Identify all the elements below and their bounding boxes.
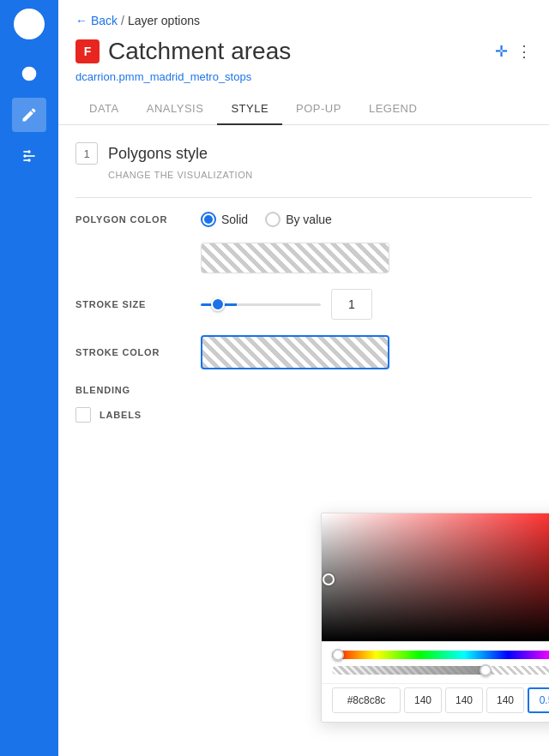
labels-label: LABELS xyxy=(100,410,142,420)
polygon-color-label: POLYGON COLOR xyxy=(75,214,187,225)
color-picker-popup xyxy=(321,513,549,723)
tab-popup[interactable]: POP-UP xyxy=(282,93,355,125)
svg-point-0 xyxy=(22,67,37,81)
tab-style[interactable]: STYLE xyxy=(217,93,282,125)
hue-slider[interactable] xyxy=(332,651,549,659)
stroke-size-label: STROKE SIZE xyxy=(75,299,187,309)
more-options-icon[interactable]: ⋮ xyxy=(516,42,532,61)
tab-data[interactable]: DATA xyxy=(75,93,133,125)
step-badge: 1 xyxy=(75,142,98,165)
labels-row: LABELS xyxy=(75,407,532,423)
tab-legend[interactable]: LEGEND xyxy=(355,93,431,125)
polygon-color-swatch[interactable] xyxy=(201,243,389,273)
stroke-color-row: STROKE COLOR xyxy=(75,335,532,369)
opacity-fill xyxy=(332,666,491,675)
color-cursor[interactable] xyxy=(323,573,335,585)
stroke-size-slider[interactable] xyxy=(201,303,321,306)
color-values-row xyxy=(322,683,549,722)
opacity-slider-row xyxy=(322,663,549,683)
by-value-option[interactable]: By value xyxy=(265,212,332,227)
sidebar-item-edit[interactable] xyxy=(12,98,46,132)
color-gradient[interactable] xyxy=(322,513,549,642)
stroke-color-swatch[interactable] xyxy=(201,335,389,369)
solid-option[interactable]: Solid xyxy=(201,212,248,227)
opacity-slider-track[interactable] xyxy=(332,666,549,675)
back-link[interactable]: ← Back xyxy=(75,14,118,27)
solid-label: Solid xyxy=(221,213,248,226)
section-title: Polygons style xyxy=(108,145,208,163)
main-panel: ← Back / Layer options F Catchment areas… xyxy=(58,0,549,756)
expand-icon[interactable]: ✛ xyxy=(495,42,508,61)
by-value-label: By value xyxy=(286,213,332,226)
breadcrumb-current: Layer options xyxy=(128,14,200,27)
polygon-color-options: Solid By value xyxy=(201,212,332,227)
polygon-color-row: POLYGON COLOR Solid By value xyxy=(75,212,532,227)
layer-title: Catchment areas xyxy=(108,38,486,65)
layer-type-icon: F xyxy=(75,39,100,63)
stroke-size-row: STROKE SIZE xyxy=(75,289,532,320)
sidebar-item-home[interactable] xyxy=(12,57,46,91)
blending-row: BLENDING xyxy=(75,385,532,395)
alpha-input[interactable] xyxy=(528,687,549,713)
breadcrumb-separator: / xyxy=(121,14,124,27)
tab-analysis[interactable]: ANALYSIS xyxy=(133,93,218,125)
tabs-container: DATA ANALYSIS STYLE POP-UP LEGEND xyxy=(58,93,549,125)
by-value-radio[interactable] xyxy=(265,212,281,227)
sidebar-item-filter[interactable] xyxy=(12,139,46,173)
section-header: 1 Polygons style xyxy=(75,142,532,165)
logo xyxy=(14,9,45,39)
stroke-color-label: STROKE COLOR xyxy=(75,347,187,357)
breadcrumb: ← Back / Layer options xyxy=(58,0,549,34)
style-content: 1 Polygons style CHANGE THE VISUALIZATIO… xyxy=(58,125,549,440)
layer-subtitle: dcarrion.pmm_madrid_metro_stops xyxy=(58,69,549,93)
divider xyxy=(75,197,532,198)
stroke-size-slider-container xyxy=(201,289,372,320)
blue-input[interactable] xyxy=(486,687,524,713)
blending-label: BLENDING xyxy=(75,385,187,395)
header-actions: ✛ ⋮ xyxy=(495,42,532,61)
labels-checkbox[interactable] xyxy=(75,407,91,423)
stroke-size-input[interactable] xyxy=(331,289,372,320)
layer-header: F Catchment areas ✛ ⋮ xyxy=(58,34,549,69)
green-input[interactable] xyxy=(445,687,483,713)
sidebar xyxy=(0,0,58,756)
red-input[interactable] xyxy=(404,687,442,713)
hex-input[interactable] xyxy=(332,687,401,713)
opacity-thumb xyxy=(480,664,492,676)
hue-slider-row xyxy=(322,642,549,663)
change-visualization-link[interactable]: CHANGE THE VISUALIZATION xyxy=(75,170,532,180)
solid-radio[interactable] xyxy=(201,212,216,227)
